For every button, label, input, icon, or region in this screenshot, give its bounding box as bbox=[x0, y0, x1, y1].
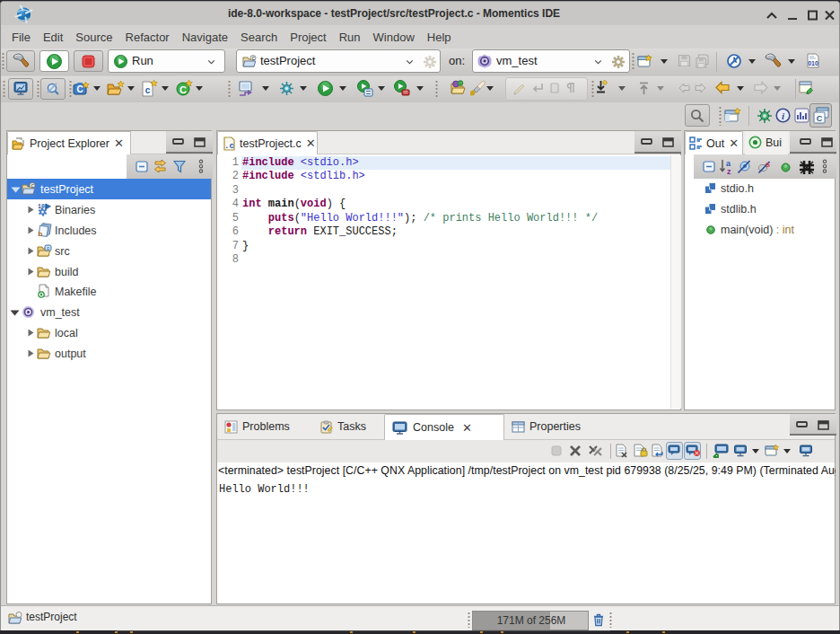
svg-text:.c: .c bbox=[224, 142, 234, 151]
svg-text:C: C bbox=[179, 84, 187, 95]
svg-text:010: 010 bbox=[808, 60, 818, 66]
svg-text:s: s bbox=[766, 160, 770, 169]
svg-text:z: z bbox=[727, 167, 731, 175]
svg-text:C: C bbox=[76, 84, 83, 94]
svg-text:c: c bbox=[145, 85, 151, 95]
svg-text:h: h bbox=[39, 230, 43, 238]
svg-text:c: c bbox=[47, 245, 49, 251]
svg-text:C: C bbox=[817, 114, 823, 123]
